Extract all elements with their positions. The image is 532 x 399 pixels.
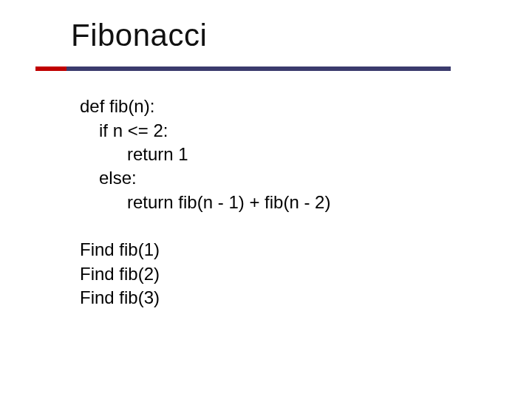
code-line: else:	[80, 166, 497, 190]
call-line: Find fib(3)	[80, 286, 497, 310]
code-line: return 1	[80, 143, 497, 166]
code-line: def fib(n):	[80, 95, 497, 118]
slide: Fibonacci def fib(n): if n <= 2: return …	[0, 0, 532, 399]
accent-bar-blue	[66, 66, 451, 71]
code-line: return fib(n - 1) + fib(n - 2)	[80, 191, 497, 214]
slide-body: def fib(n): if n <= 2: return 1 else: re…	[35, 84, 497, 310]
call-line: Find fib(1)	[80, 238, 497, 262]
call-line: Find fib(2)	[80, 262, 497, 286]
code-line: if n <= 2:	[80, 119, 497, 143]
title-underline	[35, 66, 449, 71]
slide-title: Fibonacci	[35, 18, 497, 53]
accent-bar-red	[35, 66, 66, 71]
blank-line	[80, 214, 497, 238]
title-block: Fibonacci	[35, 18, 497, 71]
